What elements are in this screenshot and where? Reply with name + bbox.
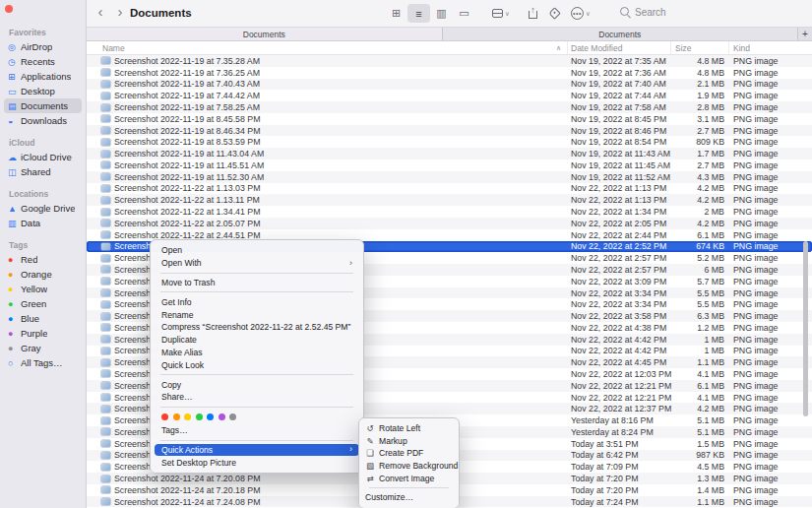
search-field[interactable]: Search [620,7,666,18]
share-button[interactable] [528,4,538,23]
file-size: 5.7 MB [671,277,729,286]
sidebar-item-icloud-drive[interactable]: ☁iCloud Drive [4,150,82,164]
column-view-button[interactable]: ▥ [430,4,453,23]
sidebar-item-shared[interactable]: ◫Shared [4,164,82,179]
tag-color-dot[interactable] [184,413,191,420]
table-row[interactable]: Screenshot 2022-11-22 at 1.13.11 PMNov 2… [87,194,812,206]
sidebar-item-data[interactable]: ▥Data [4,216,82,230]
plus-icon: + [802,29,808,39]
sidebar-item-downloads[interactable]: ◒Downloads [4,113,82,128]
table-row[interactable]: Screenshot 2022-11-19 at 8.46.34 PMNov 1… [87,125,812,137]
column-header-kind[interactable]: Kind [729,41,812,54]
menu-item-compress-screenshot-2022-11-22-at-2-52-45-pm[interactable]: Compress “Screenshot 2022-11-22 at 2.52.… [155,321,359,334]
sidebar-item-documents[interactable]: ▤Documents [4,98,82,113]
table-row[interactable]: Screenshot 2022-11-19 at 8.45.58 PMNov 1… [87,113,812,125]
menu-item-quick-actions[interactable]: Quick Actions› [155,444,359,457]
tag-color-dot[interactable] [229,413,236,420]
sidebar-item-green[interactable]: ●Green [4,296,82,311]
traffic-light-close-button[interactable] [5,5,13,13]
menu-item-quick-look[interactable]: Quick Look [155,358,359,371]
menu-item-label: Duplicate [161,335,197,345]
sidebar-item-orange[interactable]: ●Orange [4,267,82,282]
table-row[interactable]: Screenshot 2022-11-19 at 7.40.43 AMNov 1… [87,79,812,91]
toolbar: ‹ › Documents ⊞ ≡ ▥ ▭ ∨ •••∨ Search [87,0,812,28]
file-name: Screenshot 2022-11-19 at 11.43.04 AM [114,149,264,159]
table-row[interactable]: Screenshot 2022-11-19 at 7.58.25 AMNov 1… [87,101,812,113]
menu-item-duplicate[interactable]: Duplicate [155,334,359,347]
submenu-item-customize[interactable]: Customize… [359,491,459,504]
tag-color-dot[interactable] [173,413,180,420]
table-row[interactable]: Screenshot 2022-11-19 at 7.36.25 AMNov 1… [87,67,812,79]
tab-documents-2[interactable]: Documents [443,28,799,40]
menu-item-share[interactable]: Share… [155,391,359,404]
menu-item-set-desktop-picture[interactable]: Set Desktop Picture [155,456,359,469]
menu-item-open-with[interactable]: Open With› [155,257,359,270]
table-row[interactable]: Screenshot 2022-11-19 at 11.45.51 AMNov … [87,159,812,171]
sidebar-item-recents[interactable]: ◷Recents [4,54,82,69]
sidebar-section-favorites: Favorites◎AirDrop◷Recents⊞Applications▭D… [0,26,86,128]
tag-color-dot[interactable] [161,413,168,420]
sidebar-item-desktop[interactable]: ▭Desktop [4,84,82,98]
table-row[interactable]: Screenshot 2022-11-19 at 11.52.30 AMNov … [87,171,812,183]
tag-color-dot[interactable] [219,413,225,420]
menu-item-label: Set Desktop Picture [161,458,236,468]
column-header-size[interactable]: Size [671,41,729,54]
sidebar-item-google-drive[interactable]: ▲Google Drive [4,201,82,216]
ellipsis-circle-icon: ••• [571,7,584,20]
new-tab-button[interactable]: + [798,28,812,40]
sidebar-item-yellow[interactable]: ●Yellow [4,282,82,296]
file-size: 5.2 MB [671,253,729,263]
submenu-item-convert-image[interactable]: ⇄Convert Image [359,472,459,484]
table-row[interactable]: Screenshot 2022-11-22 at 1.34.41 PMNov 2… [87,206,812,218]
submenu-item-remove-background[interactable]: ▧Remove Background [359,460,459,473]
file-kind: PNG image [729,335,812,345]
submenu-item-label: Convert Image [379,474,434,483]
table-row[interactable]: Screenshot 2022-11-22 at 1.13.03 PMNov 2… [87,183,812,195]
menu-item-rename[interactable]: Rename [155,308,359,321]
gallery-view-button[interactable]: ▭ [453,4,475,23]
icon-view-button[interactable]: ⊞ [385,4,407,23]
list-view-button[interactable]: ≡ [407,4,430,23]
menu-item-copy[interactable]: Copy [155,378,359,391]
table-row[interactable]: Screenshot 2022-11-22 at 2.05.07 PMNov 2… [87,218,812,229]
sidebar-item-blue[interactable]: ●Blue [4,311,82,326]
group-by-button[interactable]: ∨ [492,4,510,23]
table-row[interactable]: Screenshot 2022-11-19 at 11.43.04 AMNov … [87,148,812,159]
file-thumbnail-icon [101,464,110,471]
forward-button[interactable]: › [112,3,128,20]
menu-tags-color-row[interactable] [151,411,363,424]
tag-color-dot[interactable] [207,413,214,420]
sidebar-item-gray[interactable]: ●Gray [4,341,82,355]
submenu-item-create-pdf[interactable]: ❏Create PDF [359,447,459,460]
sidebar-item-red[interactable]: ●Red [4,252,82,267]
tags-button[interactable] [550,4,559,23]
submenu-item-rotate-left[interactable]: ↺Rotate Left [359,422,459,435]
file-kind: PNG image [729,207,812,217]
menu-item-tags[interactable]: Tags… [155,424,359,437]
sidebar-item-applications[interactable]: ⊞Applications [4,69,82,84]
menu-item-open[interactable]: Open [155,244,359,257]
file-name: Screenshot 2022-11-19 at 7.35.28 AM [114,56,260,66]
table-row[interactable]: Screenshot 2022-11-19 at 7.44.42 AMNov 1… [87,90,812,101]
file-size: 6.3 MB [671,311,729,321]
file-name: Screenshot 2022-11-19 at 8.46.34 PM [114,126,261,136]
table-row[interactable]: Screenshot 2022-11-19 at 7.35.28 AMNov 1… [87,55,812,67]
vertical-scrollbar-thumb[interactable] [803,241,808,416]
submenu-item-markup[interactable]: ✎Markup [359,435,459,448]
sidebar-item-all-tags[interactable]: ○All Tags… [4,355,82,370]
file-date-modified: Nov 19, 2022 at 7:36 AM [568,68,671,78]
column-header-date-modified[interactable]: Date Modified [568,41,671,54]
tab-documents-1[interactable]: Documents [87,28,443,40]
more-actions-button[interactable]: •••∨ [571,4,591,23]
tag-color-dot[interactable] [196,413,203,420]
sidebar-item-airdrop[interactable]: ◎AirDrop [4,39,82,54]
sidebar-item-purple[interactable]: ●Purple [4,326,82,341]
back-button[interactable]: ‹ [93,3,108,20]
menu-item-make-alias[interactable]: Make Alias [155,347,359,359]
table-row[interactable]: Screenshot 2022-11-19 at 8.53.59 PMNov 1… [87,136,812,148]
column-header-name[interactable]: Name ∧ [87,41,568,54]
window-title: Documents [130,7,192,19]
menu-item-move-to-trash[interactable]: Move to Trash [155,277,359,289]
share-icon [528,7,538,20]
menu-item-get-info[interactable]: Get Info [155,295,359,308]
